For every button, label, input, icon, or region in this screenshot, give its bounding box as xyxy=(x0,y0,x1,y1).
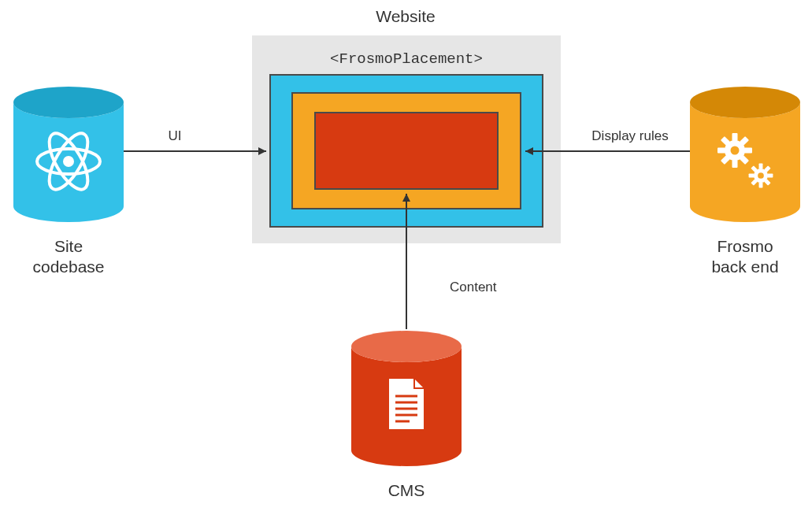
svg-rect-13 xyxy=(732,160,738,168)
diagram-title: Website xyxy=(376,7,435,25)
content-arrow-label: Content xyxy=(450,280,497,295)
svg-rect-12 xyxy=(732,133,738,141)
svg-point-30 xyxy=(351,331,462,362)
placement-tag: <FrosmoPlacement> xyxy=(330,50,483,68)
svg-rect-25 xyxy=(749,174,755,178)
frosmo-backend-label-2: back end xyxy=(711,258,778,276)
svg-point-21 xyxy=(758,172,764,179)
svg-rect-23 xyxy=(759,182,763,187)
svg-rect-15 xyxy=(717,148,725,154)
svg-rect-24 xyxy=(767,174,773,178)
ui-arrow: UI xyxy=(124,128,266,151)
cms-label: CMS xyxy=(388,481,425,499)
frosmo-backend-label-1: Frosmo xyxy=(717,237,773,255)
svg-rect-3 xyxy=(315,113,498,189)
site-codebase-label-2: codebase xyxy=(32,258,104,276)
svg-point-9 xyxy=(690,87,800,118)
site-codebase-label-1: Site xyxy=(54,237,83,255)
cms-cylinder: CMS xyxy=(351,331,462,499)
svg-point-8 xyxy=(63,156,74,167)
document-icon xyxy=(389,379,424,429)
svg-point-4 xyxy=(13,87,124,118)
site-codebase-cylinder: Site codebase xyxy=(13,87,124,276)
svg-rect-22 xyxy=(759,164,763,169)
ui-arrow-label: UI xyxy=(169,128,182,143)
architecture-diagram: Website <FrosmoPlacement> Site codebase xyxy=(0,0,812,515)
svg-rect-14 xyxy=(744,148,752,154)
frosmo-backend-cylinder: Frosmo back end xyxy=(690,87,800,276)
display-rules-arrow-label: Display rules xyxy=(591,128,668,143)
svg-point-11 xyxy=(731,146,740,155)
